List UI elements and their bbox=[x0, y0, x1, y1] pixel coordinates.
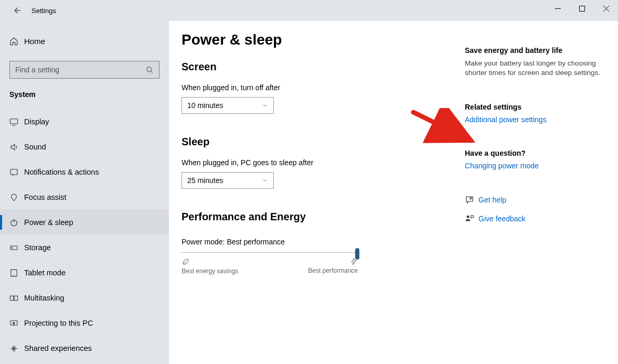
sidebar-item-focus-assist[interactable]: Focus assist bbox=[0, 185, 169, 210]
sidebar-item-label: Storage bbox=[24, 243, 51, 252]
screen-off-label: When plugged in, turn off after bbox=[182, 83, 465, 92]
question-heading: Have a question? bbox=[465, 149, 601, 157]
give-feedback-row[interactable]: Give feedback bbox=[465, 214, 601, 223]
chevron-down-icon bbox=[262, 177, 268, 184]
power-mode-label: Power mode: Best performance bbox=[182, 238, 465, 246]
sidebar-group-label: System bbox=[0, 79, 169, 104]
give-feedback-link[interactable]: Give feedback bbox=[478, 215, 526, 223]
svg-rect-8 bbox=[10, 296, 13, 301]
focus-assist-icon bbox=[9, 193, 24, 202]
arrow-left-icon bbox=[12, 6, 22, 15]
screen-off-dropdown[interactable]: 10 minutes bbox=[182, 97, 274, 114]
section-screen-heading: Screen bbox=[182, 61, 465, 73]
sidebar-nav: Display Sound Notifications & actions Fo… bbox=[0, 104, 169, 361]
sound-icon bbox=[9, 143, 24, 152]
energy-text: Make your battery last longer by choosin… bbox=[465, 59, 601, 78]
titlebar: Settings bbox=[0, 0, 618, 21]
sleep-dropdown[interactable]: 25 minutes bbox=[182, 172, 274, 189]
search-field[interactable] bbox=[15, 66, 146, 74]
sidebar-item-projecting[interactable]: Projecting to this PC bbox=[0, 311, 169, 336]
minimize-button[interactable] bbox=[546, 0, 570, 17]
page-title: Power & sleep bbox=[182, 31, 465, 48]
sidebar-item-multitasking[interactable]: Multitasking bbox=[0, 285, 169, 311]
section-performance-heading: Performance and Energy bbox=[182, 211, 465, 223]
svg-rect-2 bbox=[10, 119, 17, 123]
close-button[interactable] bbox=[594, 0, 618, 17]
changing-power-mode-link[interactable]: Changing power mode bbox=[465, 162, 601, 170]
close-icon bbox=[603, 6, 609, 12]
sidebar-item-label: Sound bbox=[24, 143, 46, 151]
maximize-button[interactable] bbox=[570, 0, 594, 17]
additional-power-settings-link[interactable]: Additional power settings bbox=[465, 115, 601, 124]
svg-point-6 bbox=[12, 247, 12, 248]
sidebar-item-label: Projecting to this PC bbox=[24, 319, 93, 327]
sidebar-item-sound[interactable]: Sound bbox=[0, 134, 169, 159]
multitasking-icon bbox=[9, 294, 24, 303]
sidebar-item-storage[interactable]: Storage bbox=[0, 235, 169, 260]
dropdown-value: 10 minutes bbox=[187, 101, 223, 110]
svg-rect-0 bbox=[579, 6, 584, 11]
storage-icon bbox=[9, 243, 24, 252]
energy-heading: Save energy and battery life bbox=[465, 46, 601, 55]
sidebar-item-power-sleep[interactable]: Power & sleep bbox=[0, 210, 169, 235]
projecting-icon bbox=[9, 319, 24, 328]
sidebar-item-shared-experiences[interactable]: Shared experiences bbox=[0, 336, 169, 361]
sidebar-item-tablet-mode[interactable]: Tablet mode bbox=[0, 260, 169, 285]
help-icon bbox=[465, 195, 478, 205]
power-icon bbox=[9, 218, 24, 227]
maximize-icon bbox=[579, 6, 585, 12]
display-icon bbox=[9, 117, 24, 126]
sidebar-item-display[interactable]: Display bbox=[0, 109, 169, 134]
svg-point-1 bbox=[147, 67, 152, 71]
sidebar-item-home[interactable]: Home bbox=[0, 30, 169, 51]
leaf-icon bbox=[182, 258, 190, 266]
feedback-icon bbox=[465, 214, 478, 223]
slider-thumb[interactable] bbox=[355, 248, 359, 260]
section-sleep-heading: Sleep bbox=[182, 136, 465, 148]
sidebar-item-label: Notifications & actions bbox=[24, 168, 99, 176]
slider-endpoints: Best energy savings Best performance bbox=[182, 258, 358, 275]
svg-point-12 bbox=[467, 216, 470, 218]
svg-point-11 bbox=[470, 198, 472, 199]
window-controls bbox=[546, 0, 618, 17]
search-icon bbox=[146, 66, 154, 74]
right-column: Save energy and battery life Make your b… bbox=[465, 31, 601, 364]
power-mode-slider[interactable] bbox=[182, 252, 358, 254]
chevron-down-icon bbox=[262, 102, 268, 109]
minimize-icon bbox=[555, 6, 561, 12]
sleep-label: When plugged in, PC goes to sleep after bbox=[182, 158, 465, 167]
get-help-link[interactable]: Get help bbox=[478, 196, 506, 204]
tablet-icon bbox=[9, 269, 24, 277]
slider-min-label: Best energy savings bbox=[182, 258, 238, 275]
home-icon bbox=[9, 37, 24, 46]
sidebar-item-label: Shared experiences bbox=[24, 344, 92, 352]
sidebar-item-label: Power & sleep bbox=[24, 218, 73, 227]
sidebar-item-label: Tablet mode bbox=[24, 269, 66, 277]
sidebar-item-label: Display bbox=[24, 117, 49, 126]
sidebar-item-label: Focus assist bbox=[24, 193, 67, 201]
notifications-icon bbox=[9, 168, 24, 177]
dropdown-value: 25 minutes bbox=[187, 176, 223, 185]
window-title: Settings bbox=[31, 7, 56, 15]
sidebar-item-label: Home bbox=[24, 37, 45, 46]
sidebar-item-label: Multitasking bbox=[24, 294, 65, 302]
back-button[interactable] bbox=[9, 6, 24, 15]
shared-icon bbox=[9, 344, 24, 353]
svg-rect-3 bbox=[10, 169, 17, 174]
sidebar-item-notifications[interactable]: Notifications & actions bbox=[0, 159, 169, 185]
slider-max-label: Best performance bbox=[308, 258, 358, 274]
search-input[interactable] bbox=[9, 61, 159, 79]
sidebar: Home System Display Sound Notifications … bbox=[0, 21, 169, 364]
related-settings-heading: Related settings bbox=[465, 103, 601, 111]
get-help-row[interactable]: Get help bbox=[465, 195, 601, 205]
main-content: Power & sleep Screen When plugged in, tu… bbox=[169, 21, 618, 364]
svg-rect-9 bbox=[14, 296, 17, 301]
